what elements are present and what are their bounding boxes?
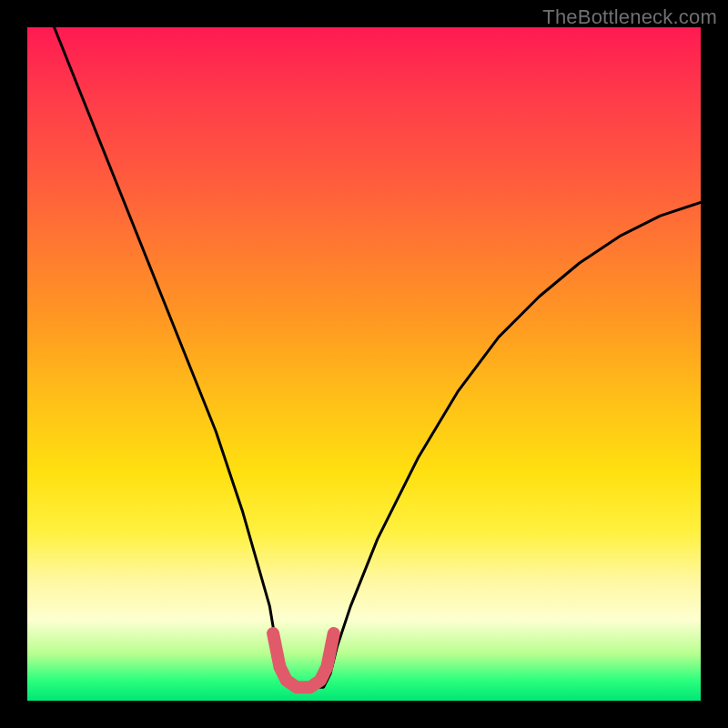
chart-frame: TheBottleneck.com <box>0 0 728 728</box>
bottleneck-curve-line <box>55 27 701 687</box>
chart-svg <box>27 27 701 701</box>
plot-area <box>27 27 701 701</box>
watermark-text: TheBottleneck.com <box>542 5 717 29</box>
optimal-highlight-line <box>273 633 334 687</box>
